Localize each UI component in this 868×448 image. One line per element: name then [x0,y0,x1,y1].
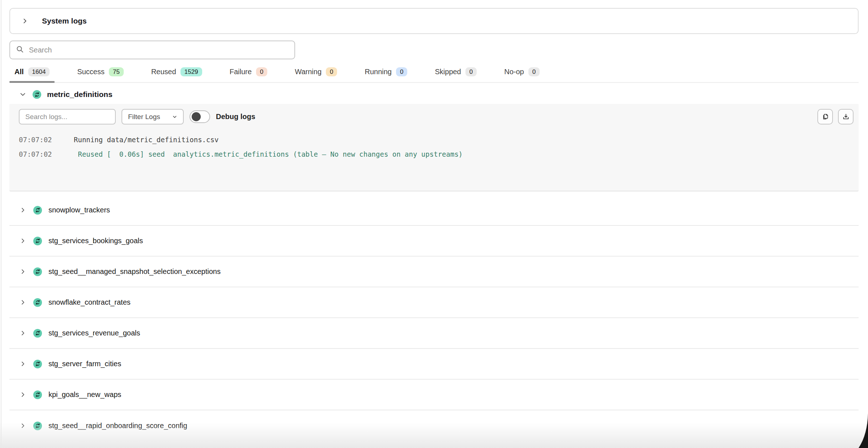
model-name: snowflake_contract_rates [48,298,131,307]
model-name: stg_server_farm_cities [48,360,121,368]
system-logs-label: System logs [42,17,87,25]
chevron-right-icon[interactable] [19,207,27,214]
reused-status-icon [33,90,41,99]
chevron-right-icon[interactable] [19,237,27,244]
tab-count-badge: 0 [326,67,337,76]
chevron-right-icon[interactable] [19,299,27,306]
log-search-box[interactable] [19,109,116,124]
tab-count-badge: 0 [465,67,477,76]
download-icon [842,113,850,121]
tab-success[interactable]: Success 75 [72,65,129,82]
log-search-input[interactable] [25,113,109,121]
model-name: stg_services_bookings_goals [48,237,143,245]
model-row-stg-services-revenue-goals[interactable]: stg_services_revenue_goals [9,318,859,349]
chevron-down-icon[interactable] [19,91,27,98]
log-panel: Filter Logs Debug logs [9,104,859,191]
model-row-snowflake-contract-rates[interactable]: snowflake_contract_rates [9,287,859,318]
search-input[interactable] [29,46,289,54]
chevron-right-icon[interactable] [19,422,27,429]
filter-logs-label: Filter Logs [128,113,160,121]
status-tabs: All 1604 Success 75 Reused 1529 Failure … [9,65,859,83]
tab-reused[interactable]: Reused 1529 [146,65,207,82]
chevron-right-icon[interactable] [19,360,27,367]
model-row-stg-services-bookings-goals[interactable]: stg_services_bookings_goals [9,226,859,257]
model-name: stg_services_revenue_goals [48,329,140,337]
system-logs-section[interactable]: System logs [9,8,859,34]
log-message: Running data/metric_definitions.csv [74,132,218,147]
reused-status-icon [33,206,42,215]
log-timestamp: 07:07:02 [19,132,74,147]
model-list: snowplow_trackers stg_services_bookings_… [9,195,859,441]
tab-label: Failure [230,68,252,76]
chevron-down-icon [172,114,177,119]
model-group-metric-definitions[interactable]: metric_definitions [9,90,859,99]
reused-status-icon [33,329,42,338]
tab-count-badge: 75 [109,67,124,76]
model-row-stg-seed-managed-snapshot-selection-exceptions[interactable]: stg_seed__managed_snapshot_selection_exc… [9,257,859,287]
copy-logs-button[interactable] [817,109,833,124]
search-bar[interactable] [9,41,295,59]
reused-status-icon [33,298,42,307]
log-output: 07:07:02 Running data/metric_definitions… [19,132,854,161]
model-row-kpi-goals-new-waps[interactable]: kpi_goals__new_waps [9,380,859,410]
reused-status-icon [33,267,42,276]
model-name: snowplow_trackers [48,206,110,214]
model-row-stg-seed-rapid-onboarding-score-config[interactable]: stg_seed__rapid_onboarding_score_config [9,410,859,441]
chevron-right-icon[interactable] [19,268,27,275]
model-row-snowplow-trackers[interactable]: snowplow_trackers [9,195,859,226]
tab-label: Reused [151,68,176,76]
model-name: stg_seed__rapid_onboarding_score_config [48,422,187,430]
download-logs-button[interactable] [838,109,854,124]
tab-skipped[interactable]: Skipped 0 [430,65,482,82]
tab-label: Running [365,68,392,76]
tab-all[interactable]: All 1604 [9,65,55,82]
tab-count-badge: 1604 [28,67,50,76]
tab-label: Warning [295,68,322,76]
model-name: kpi_goals__new_waps [48,390,121,399]
run-logs-panel: System logs All 1604 Success 75 Reused 1… [0,8,868,441]
log-line: 07:07:02 Running data/metric_definitions… [19,132,854,147]
toggle-knob [192,112,201,121]
debug-logs-toggle[interactable] [190,110,210,123]
chevron-right-icon[interactable] [21,17,29,25]
log-message: Reused [ 0.06s] seed analytics.metric_de… [74,147,463,161]
reused-status-icon [33,422,42,430]
model-name: stg_seed__managed_snapshot_selection_exc… [48,267,221,276]
log-actions [817,109,854,124]
reused-status-icon [33,390,42,399]
tab-warning[interactable]: Warning 0 [290,65,342,82]
tab-noop[interactable]: No-op 0 [499,65,545,82]
search-icon [16,45,24,55]
model-name: metric_definitions [47,90,112,99]
reused-status-icon [33,360,42,368]
tab-label: All [14,68,24,76]
chevron-right-icon[interactable] [19,330,27,337]
tab-running[interactable]: Running 0 [359,65,412,82]
tab-count-badge: 0 [256,67,267,76]
tab-label: No-op [504,68,524,76]
log-timestamp: 07:07:02 [19,147,74,161]
tab-label: Skipped [435,68,461,76]
tab-count-badge: 0 [528,67,540,76]
tab-count-badge: 0 [396,67,407,76]
debug-logs-label: Debug logs [216,113,255,121]
filter-logs-dropdown[interactable]: Filter Logs [122,109,184,124]
tab-failure[interactable]: Failure 0 [225,65,273,82]
reused-status-icon [33,237,42,245]
model-row-stg-server-farm-cities[interactable]: stg_server_farm_cities [9,349,859,380]
log-toolbar: Filter Logs Debug logs [19,109,854,124]
tab-label: Success [77,68,105,76]
tab-count-badge: 1529 [180,67,202,76]
log-line: 07:07:02 Reused [ 0.06s] seed analytics.… [19,147,854,161]
chevron-right-icon[interactable] [19,391,27,398]
copy-icon [821,113,829,121]
